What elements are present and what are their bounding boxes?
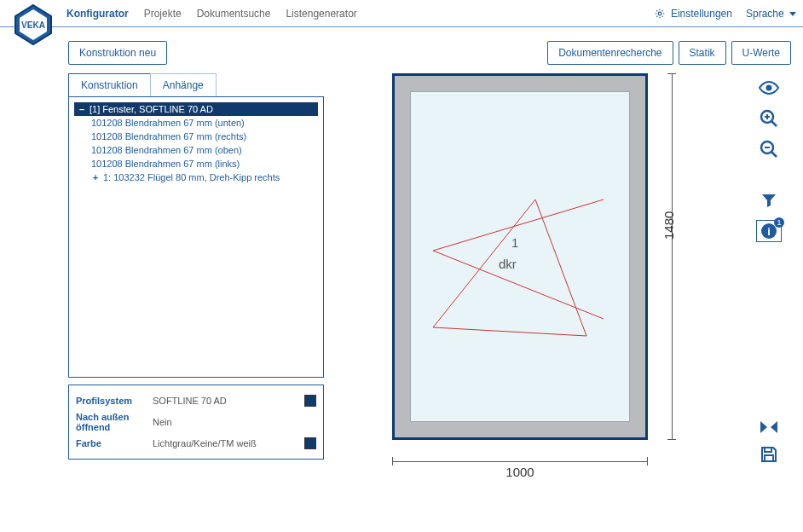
svg-point-3	[658, 12, 661, 15]
tree-item-label: 101208 Blendrahmen 67 mm (oben)	[91, 145, 242, 155]
sash-code: dkr	[499, 257, 517, 271]
profile-swatch[interactable]	[304, 395, 316, 407]
u-values-button[interactable]: U-Werte	[731, 41, 791, 65]
svg-rect-15	[765, 455, 773, 461]
main-area: Konstruktion Anhänge – [1] Fenster, SOFT…	[0, 73, 803, 491]
tree-sash-label: 1: 103232 Flügel 80 mm, Dreh-Kipp rechts	[103, 172, 280, 182]
properties-panel: Profilsystem SOFTLINE 70 AD Nach außen ö…	[68, 385, 324, 460]
svg-line-10	[771, 152, 777, 157]
tab-attachments[interactable]: Anhänge	[150, 73, 217, 96]
svg-text:i: i	[767, 225, 771, 238]
statics-button[interactable]: Statik	[679, 41, 726, 65]
dimension-width: 1000	[505, 465, 534, 479]
nav-konfigurator[interactable]: Konfigurator	[66, 8, 129, 20]
sash-number: 1	[511, 235, 518, 250]
tabs: Konstruktion Anhänge	[68, 73, 324, 96]
dimension-horizontal: 1000	[392, 453, 648, 470]
language-label: Sprache	[746, 8, 784, 20]
drawing-canvas[interactable]: 1 dkr 1480 1000	[375, 73, 733, 483]
tree-sash[interactable]: + 1: 103232 Flügel 80 mm, Dreh-Kipp rech…	[74, 171, 318, 184]
tree-item-label: 101208 Blendrahmen 67 mm (unten)	[91, 118, 245, 128]
caret-down-icon	[789, 12, 796, 16]
info-badge: 1	[774, 217, 784, 228]
info-icon[interactable]: i 1	[756, 220, 782, 242]
doc-research-button[interactable]: Dokumentenrecherche	[547, 41, 673, 65]
settings-link[interactable]: Einstellungen	[655, 8, 732, 20]
prop-outward-value: Nein	[153, 417, 316, 427]
window-frame	[392, 73, 648, 440]
prop-color-label: Farbe	[76, 438, 153, 448]
zoom-out-icon[interactable]	[756, 138, 782, 160]
settings-label: Einstellungen	[671, 8, 732, 20]
tool-rail: i 1	[754, 77, 784, 242]
nav-projekte[interactable]: Projekte	[144, 8, 182, 20]
tree-root-label: [1] Fenster, SOFTLINE 70 AD	[90, 104, 213, 114]
tree-item-label: 101208 Blendrahmen 67 mm (rechts)	[91, 131, 246, 142]
top-nav: VEKA Konfigurator Projekte Dokumentsuche…	[0, 0, 803, 27]
nav-links: Konfigurator Projekte Dokumentsuche List…	[66, 8, 357, 20]
language-dropdown[interactable]: Sprache	[746, 8, 796, 20]
prop-profile: Profilsystem SOFTLINE 70 AD	[76, 392, 316, 409]
tab-construction[interactable]: Konstruktion	[68, 73, 151, 96]
save-icon[interactable]	[760, 445, 778, 464]
tree-item[interactable]: 101208 Blendrahmen 67 mm (rechts)	[74, 130, 318, 143]
gear-icon	[655, 9, 665, 19]
prev-next-icon[interactable]	[757, 419, 781, 435]
prop-color: Farbe Lichtgrau/Keine/TM weiß	[76, 435, 316, 452]
tree-root[interactable]: – [1] Fenster, SOFTLINE 70 AD	[74, 102, 318, 116]
tool-rail-bottom	[754, 419, 784, 464]
tree-item[interactable]: 101208 Blendrahmen 67 mm (oben)	[74, 143, 318, 157]
filter-icon[interactable]	[756, 189, 782, 211]
svg-line-6	[771, 121, 777, 126]
tree-item[interactable]: 101208 Blendrahmen 67 mm (links)	[74, 157, 318, 171]
nav-dokumentsuche[interactable]: Dokumentsuche	[197, 8, 271, 20]
tree-item-label: 101208 Blendrahmen 67 mm (links)	[91, 159, 240, 169]
left-panel: Konstruktion Anhänge – [1] Fenster, SOFT…	[68, 73, 324, 483]
prop-color-value: Lichtgrau/Keine/TM weiß	[153, 438, 304, 448]
prop-profile-label: Profilsystem	[76, 396, 153, 406]
collapse-icon[interactable]: –	[78, 104, 86, 114]
dimension-vertical: 1480	[663, 73, 680, 440]
prop-outward: Nach außen öffnend Nein	[76, 409, 316, 435]
view-icon[interactable]	[756, 77, 782, 99]
color-swatch[interactable]	[304, 437, 316, 449]
toolbar: Konstruktion neu Dokumentenrecherche Sta…	[0, 27, 803, 73]
svg-rect-14	[765, 448, 771, 452]
prop-profile-value: SOFTLINE 70 AD	[153, 396, 304, 406]
expand-icon[interactable]: +	[91, 172, 100, 182]
svg-text:VEKA: VEKA	[21, 20, 45, 30]
prop-outward-label: Nach außen öffnend	[76, 412, 153, 432]
logo: VEKA	[12, 3, 55, 46]
nav-listengenerator[interactable]: Listengenerator	[286, 8, 356, 20]
new-construction-button[interactable]: Konstruktion neu	[68, 41, 167, 65]
svg-point-4	[766, 85, 772, 91]
nav-right: Einstellungen Sprache	[655, 8, 796, 20]
construction-tree: – [1] Fenster, SOFTLINE 70 AD 101208 Ble…	[68, 96, 324, 378]
zoom-in-icon[interactable]	[756, 107, 782, 130]
tree-item[interactable]: 101208 Blendrahmen 67 mm (unten)	[74, 116, 318, 130]
dimension-height: 1480	[661, 211, 676, 240]
